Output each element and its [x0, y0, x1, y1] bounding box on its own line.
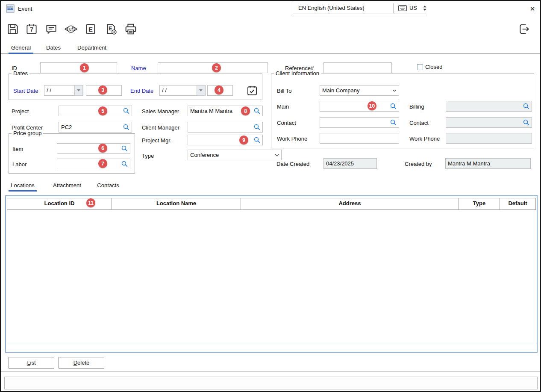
- search-icon[interactable]: [523, 119, 529, 126]
- item-input[interactable]: [57, 143, 130, 154]
- search-icon[interactable]: [121, 161, 128, 167]
- type-dropdown[interactable]: Conference: [188, 150, 282, 160]
- annotation-badge-7: 7: [98, 159, 107, 168]
- bill-to-dropdown[interactable]: Main Company: [320, 85, 399, 96]
- list-button[interactable]: List: [9, 357, 54, 368]
- search-icon[interactable]: [123, 124, 129, 130]
- date-created-value: 04/23/2025: [323, 158, 377, 169]
- end-date-dropdown-icon[interactable]: [197, 85, 205, 96]
- start-date-combo[interactable]: / /: [44, 85, 83, 96]
- bill-to-label: Bill To: [277, 88, 291, 94]
- annotation-badge-10: 10: [368, 101, 376, 110]
- event-button[interactable]: [83, 21, 98, 37]
- sales-manager-label: Sales Manager: [142, 108, 179, 115]
- closed-checkbox[interactable]: [417, 64, 423, 70]
- uf-view-icon: [64, 23, 78, 35]
- id-input[interactable]: [40, 62, 117, 73]
- language-bar[interactable]: EN English (United States) US: [293, 2, 426, 14]
- closed-checkbox-group[interactable]: Closed: [417, 64, 442, 70]
- search-icon[interactable]: [123, 108, 129, 114]
- profit-center-input[interactable]: PC2: [59, 122, 132, 133]
- item-label: Item: [12, 146, 23, 152]
- column-header-location-id[interactable]: Location ID: [7, 198, 112, 209]
- column-header-location-name[interactable]: Location Name: [112, 198, 241, 209]
- end-date-label: End Date: [130, 88, 153, 94]
- search-icon[interactable]: [254, 108, 260, 114]
- project-mgr-input[interactable]: [188, 135, 263, 145]
- search-icon[interactable]: [254, 137, 260, 143]
- start-date-dropdown-icon[interactable]: [74, 85, 83, 96]
- price-group-legend: Price group: [12, 130, 43, 136]
- start-date-label: Start Date: [13, 88, 38, 94]
- column-header-type[interactable]: Type: [459, 198, 500, 209]
- column-header-address[interactable]: Address: [241, 198, 459, 209]
- tab-locations-active-underline: [9, 190, 37, 192]
- language-spinner-icon[interactable]: [423, 6, 426, 11]
- calendar-7-button[interactable]: [24, 21, 39, 37]
- work-phone-left-label: Work Phone: [277, 136, 307, 142]
- tab-department[interactable]: Department: [74, 43, 109, 53]
- language-divider: [394, 3, 394, 13]
- tab-dates[interactable]: Dates: [44, 43, 63, 53]
- calendar-check-button[interactable]: [246, 84, 259, 97]
- calendar-7-icon: [25, 23, 38, 35]
- type-label: Type: [142, 153, 154, 159]
- tab-contacts[interactable]: Contacts: [95, 180, 121, 191]
- dates-groupbox: Dates Start Date / / End Date / /: [9, 74, 262, 100]
- tabs-divider: [1, 53, 540, 54]
- column-header-default[interactable]: Default: [500, 198, 536, 209]
- project-label: Project: [12, 108, 29, 115]
- print-icon: [124, 22, 138, 36]
- project-mgr-label: Project Mgr.: [142, 137, 171, 144]
- work-phone-left-input[interactable]: [320, 133, 399, 144]
- work-phone-right-input[interactable]: [446, 133, 532, 144]
- project-input[interactable]: [59, 106, 132, 116]
- contact-left-label: Contact: [277, 120, 296, 126]
- contact-left-input[interactable]: [320, 117, 399, 128]
- tab-locations[interactable]: Locations: [9, 180, 37, 191]
- save-icon: [6, 23, 19, 35]
- print-button[interactable]: [123, 21, 138, 37]
- labor-input[interactable]: [57, 159, 130, 169]
- notes-icon: [44, 23, 58, 35]
- client-manager-input[interactable]: [188, 122, 263, 133]
- annotation-badge-11: 11: [86, 198, 95, 207]
- delete-button[interactable]: Delete: [59, 357, 104, 368]
- billing-label: Billing: [409, 103, 424, 110]
- status-bar: [4, 377, 538, 389]
- tab-attachment[interactable]: Attachment: [50, 180, 84, 191]
- copy-event-button[interactable]: [103, 21, 119, 37]
- contact-right-input[interactable]: [446, 117, 532, 128]
- search-icon[interactable]: [121, 145, 128, 152]
- main-input[interactable]: [320, 101, 399, 112]
- tab-general[interactable]: General: [9, 43, 33, 53]
- annotation-badge-5: 5: [98, 106, 107, 115]
- search-icon[interactable]: [523, 103, 529, 109]
- reference-input[interactable]: [323, 62, 392, 73]
- annotation-badge-1: 1: [80, 63, 89, 72]
- exit-button[interactable]: [516, 21, 532, 37]
- end-date-combo[interactable]: / /: [159, 85, 206, 96]
- client-manager-label: Client Manager: [142, 124, 179, 131]
- billing-input[interactable]: [446, 101, 532, 112]
- save-button[interactable]: [5, 21, 21, 37]
- sales-manager-input[interactable]: Mantra M Mantra: [188, 106, 263, 116]
- created-by-label: Created by: [405, 161, 432, 167]
- search-icon[interactable]: [254, 124, 260, 130]
- uf-view-button[interactable]: [63, 21, 79, 37]
- keyboard-icon: [398, 5, 407, 11]
- close-button[interactable]: ✕: [527, 4, 538, 14]
- close-icon: ✕: [530, 5, 535, 13]
- closed-label: Closed: [425, 64, 442, 70]
- labor-label: Labor: [12, 161, 26, 168]
- exit-icon: [517, 22, 531, 36]
- annotation-badge-4: 4: [215, 85, 223, 94]
- keyboard-layout-label: US: [409, 5, 417, 11]
- dates-group-legend: Dates: [12, 70, 29, 77]
- search-icon[interactable]: [390, 103, 397, 109]
- notes-button[interactable]: [44, 21, 59, 37]
- chevron-down-icon: [275, 154, 279, 156]
- annotation-badge-8: 8: [241, 106, 250, 115]
- search-icon[interactable]: [390, 119, 397, 126]
- annotation-badge-6: 6: [98, 144, 107, 153]
